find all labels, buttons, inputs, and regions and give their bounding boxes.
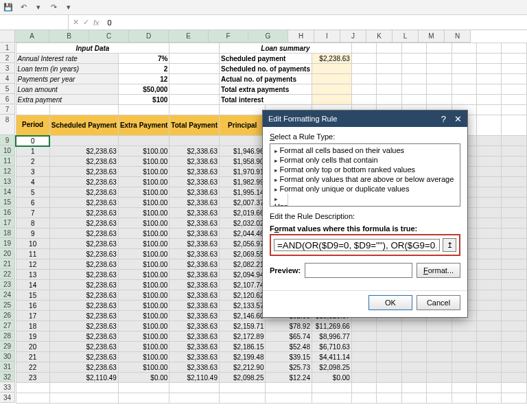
row-header-20[interactable]: 20 xyxy=(0,248,15,259)
col-header-I[interactable]: I xyxy=(314,30,340,43)
cell[interactable]: $100.00 xyxy=(118,229,169,239)
row-header-11[interactable]: 11 xyxy=(0,156,15,166)
format-button[interactable]: Format... xyxy=(417,263,460,278)
col-header-B[interactable]: B xyxy=(49,30,89,43)
cell[interactable]: $100.00 xyxy=(118,218,169,229)
cell[interactable]: 10 xyxy=(16,239,49,249)
cell[interactable]: $100.00 xyxy=(118,156,169,167)
row-header-24[interactable]: 24 xyxy=(0,290,15,300)
cell[interactable]: 9 xyxy=(16,229,49,239)
cell[interactable]: $100.00 xyxy=(118,311,169,321)
row-header-18[interactable]: 18 xyxy=(0,228,15,238)
cell[interactable]: $2,238.63 xyxy=(49,290,118,301)
cell[interactable]: $2,032.02 xyxy=(219,218,266,229)
cell[interactable]: $100.00 xyxy=(118,362,169,373)
cell[interactable]: $100.00 xyxy=(118,198,169,208)
cell[interactable]: 11 xyxy=(16,249,49,259)
formula-input[interactable] xyxy=(274,239,440,251)
cell[interactable]: $2,238.63 xyxy=(49,146,118,156)
cell[interactable]: $52.48 xyxy=(266,342,312,352)
cell[interactable]: $2,238.63 xyxy=(49,259,118,270)
ok-button[interactable]: OK xyxy=(368,295,412,310)
column-header[interactable]: Total Payment xyxy=(169,115,220,136)
row-header-17[interactable]: 17 xyxy=(0,218,15,228)
row-header-6[interactable]: 6 xyxy=(0,94,15,104)
loan-value[interactable] xyxy=(312,64,352,74)
formula-input[interactable]: 0 xyxy=(104,19,527,27)
cell[interactable]: 14 xyxy=(16,280,49,290)
cell[interactable]: $2,338.63 xyxy=(169,229,220,239)
cell[interactable]: $100.00 xyxy=(118,301,169,311)
col-header-N[interactable]: N xyxy=(445,30,471,43)
cell[interactable]: $2,338.63 xyxy=(169,301,220,311)
rule-type-option[interactable]: Format only values that are above or bel… xyxy=(273,174,457,184)
cell[interactable] xyxy=(169,136,220,146)
cell[interactable]: $1,946.96 xyxy=(219,146,266,156)
cell[interactable] xyxy=(219,136,266,146)
row-header-34[interactable]: 34 xyxy=(0,393,15,403)
rule-type-option[interactable]: Format only cells that contain xyxy=(273,155,457,165)
cell[interactable]: $2,338.63 xyxy=(169,218,220,229)
cell[interactable]: $100.00 xyxy=(118,290,169,301)
row-header-31[interactable]: 31 xyxy=(0,362,15,372)
cell[interactable]: $1,982.99 xyxy=(219,177,266,187)
cell[interactable]: $100.00 xyxy=(118,270,169,280)
row-header-2[interactable]: 2 xyxy=(0,53,15,63)
cell[interactable]: $2,238.63 xyxy=(49,280,118,290)
cell[interactable]: $2,159.71 xyxy=(219,321,266,331)
col-header-M[interactable]: M xyxy=(419,30,445,43)
cell[interactable]: $2,199.48 xyxy=(219,352,266,362)
cell[interactable]: $39.15 xyxy=(266,352,312,362)
cell[interactable]: $0.00 xyxy=(312,373,352,383)
cell[interactable]: $2,019.66 xyxy=(219,208,266,218)
cell[interactable]: 5 xyxy=(16,187,49,198)
cell[interactable]: 16 xyxy=(16,301,49,311)
cell[interactable]: 8 xyxy=(16,218,49,229)
row-header-33[interactable]: 33 xyxy=(0,382,15,393)
cell[interactable]: $100.00 xyxy=(118,352,169,362)
cell[interactable]: $100.00 xyxy=(118,331,169,342)
col-header-F[interactable]: F xyxy=(209,30,248,43)
cell[interactable]: $100.00 xyxy=(118,280,169,290)
cell[interactable]: 21 xyxy=(16,352,49,362)
rule-type-option[interactable]: Format all cells based on their values xyxy=(273,145,457,155)
column-header[interactable]: Extra Payment xyxy=(118,115,169,136)
cell[interactable]: $100.00 xyxy=(118,342,169,352)
cell[interactable]: $2,186.15 xyxy=(219,342,266,352)
cell[interactable]: $2,338.63 xyxy=(169,239,220,249)
cell[interactable]: $2,338.63 xyxy=(169,342,220,352)
cell[interactable]: $2,098.25 xyxy=(312,362,352,373)
cell[interactable]: $2,110.49 xyxy=(169,373,220,383)
cell[interactable]: $100.00 xyxy=(118,167,169,177)
row-header-7[interactable]: 7 xyxy=(0,104,15,115)
cell[interactable]: $2,338.63 xyxy=(169,270,220,280)
cell[interactable]: $2,238.63 xyxy=(49,156,118,167)
cell[interactable]: $2,120.62 xyxy=(219,290,266,301)
cell[interactable]: 4 xyxy=(16,177,49,187)
cell[interactable]: $100.00 xyxy=(118,249,169,259)
fx-icon[interactable]: fx xyxy=(93,19,99,27)
cell[interactable]: $8,996.77 xyxy=(312,331,352,342)
caret-down-icon[interactable]: ▾ xyxy=(63,2,74,13)
cell[interactable]: $2,133.57 xyxy=(219,301,266,311)
rule-type-option[interactable]: Format only top or bottom ranked values xyxy=(273,165,457,174)
cell[interactable]: $11,269.66 xyxy=(312,321,352,331)
cell[interactable]: $2,338.63 xyxy=(169,198,220,208)
cell[interactable]: $78.92 xyxy=(266,321,312,331)
cell[interactable] xyxy=(118,136,169,146)
row-header-32[interactable]: 32 xyxy=(0,372,15,382)
cell[interactable]: $100.00 xyxy=(118,177,169,187)
input-value[interactable]: 12 xyxy=(118,74,169,84)
row-header-4[interactable]: 4 xyxy=(0,73,15,84)
cell[interactable]: $100.00 xyxy=(118,239,169,249)
rule-type-option[interactable]: Use a formula to determine which cells t… xyxy=(273,194,288,206)
cell[interactable]: $2,238.63 xyxy=(49,198,118,208)
cell[interactable]: 6 xyxy=(16,198,49,208)
cell[interactable]: $0.00 xyxy=(118,373,169,383)
row-header-12[interactable]: 12 xyxy=(0,166,15,176)
cell[interactable]: 15 xyxy=(16,290,49,301)
row-header-27[interactable]: 27 xyxy=(0,320,15,331)
help-icon[interactable]: ? xyxy=(441,114,446,124)
cell[interactable]: $2,238.63 xyxy=(49,342,118,352)
cell[interactable]: 0 xyxy=(16,136,49,146)
